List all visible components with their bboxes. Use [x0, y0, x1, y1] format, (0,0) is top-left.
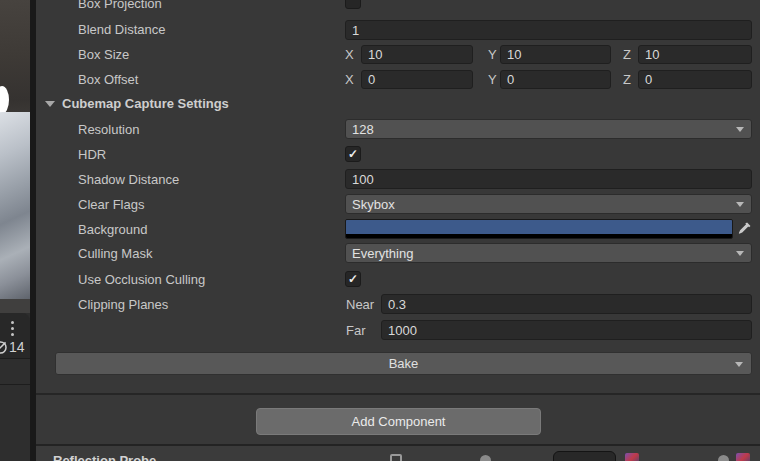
culling-mask-dropdown[interactable]: Everything: [345, 243, 752, 263]
dropdown-arrow-icon: [736, 251, 744, 256]
far-clip-input[interactable]: 1000: [381, 320, 752, 340]
scene-reflective-object: [0, 112, 30, 302]
hdr-label: HDR: [78, 147, 106, 162]
axis-z-label: Z: [623, 72, 631, 87]
foldout-triangle-icon[interactable]: [45, 101, 55, 107]
cubemap-capture-settings-header[interactable]: Cubemap Capture Settings: [62, 96, 229, 111]
inspector-panel: Box Projection Blend Distance 1 Box Size…: [36, 0, 760, 461]
far-label: Far: [346, 323, 366, 338]
box-offset-z-input[interactable]: 0: [638, 70, 752, 89]
near-clip-input[interactable]: 0.3: [381, 294, 752, 314]
axis-x-label: X: [345, 72, 354, 87]
bake-dropdown-arrow-icon[interactable]: [735, 362, 743, 367]
blend-distance-label: Blend Distance: [78, 22, 165, 37]
box-offset-y-input[interactable]: 0: [500, 70, 611, 89]
dropdown-arrow-icon: [736, 127, 744, 132]
clear-flags-label: Clear Flags: [78, 197, 144, 212]
scene-view-edge: 14: [0, 0, 30, 461]
color-swatch: [346, 220, 732, 234]
axis-z-label: Z: [623, 47, 631, 62]
add-component-button[interactable]: Add Component: [256, 408, 541, 435]
box-size-x-input[interactable]: 10: [361, 45, 473, 64]
alpha-bar: [346, 234, 732, 238]
scene-visibility-counter[interactable]: 14: [0, 338, 30, 358]
use-occlusion-culling-checkbox[interactable]: ✓: [345, 271, 361, 287]
background-label: Background: [78, 222, 147, 237]
scene-ground: [0, 299, 30, 313]
use-occlusion-culling-label: Use Occlusion Culling: [78, 272, 205, 287]
scene-highlight: [0, 86, 9, 114]
bake-button[interactable]: Bake: [55, 352, 752, 375]
asset-icon: [736, 453, 750, 461]
clear-flags-dropdown[interactable]: Skybox: [345, 194, 752, 214]
blend-distance-input[interactable]: 1: [345, 20, 752, 40]
dropdown-arrow-icon: [736, 202, 744, 207]
culling-mask-label: Culling Mask: [78, 246, 152, 261]
scene-thumbnail: [0, 0, 30, 313]
help-icon[interactable]: [718, 455, 729, 461]
shadow-distance-label: Shadow Distance: [78, 172, 179, 187]
kebab-menu-icon[interactable]: [11, 321, 14, 336]
resolution-label: Resolution: [78, 122, 139, 137]
search-pill[interactable]: [553, 451, 616, 461]
axis-y-label: Y: [488, 47, 497, 62]
axis-y-label: Y: [488, 72, 497, 87]
hidden-objects-icon: [0, 339, 9, 356]
background-color-field[interactable]: [345, 219, 733, 239]
divider: [36, 393, 760, 395]
checkmark-icon: ✓: [348, 272, 358, 286]
resolution-dropdown[interactable]: 128: [345, 119, 752, 139]
clipping-planes-label: Clipping Planes: [78, 297, 168, 312]
hdr-checkbox[interactable]: ✓: [345, 146, 361, 162]
enable-checkbox[interactable]: [390, 454, 402, 461]
next-component-label: Reflection Probe: [53, 453, 156, 461]
box-projection-checkbox[interactable]: [345, 0, 361, 9]
box-offset-x-input[interactable]: 0: [361, 70, 473, 89]
shadow-distance-input[interactable]: 100: [345, 169, 752, 189]
list-item: [0, 359, 30, 384]
help-icon[interactable]: [480, 455, 491, 461]
box-offset-label: Box Offset: [78, 72, 138, 87]
unity-editor-screenshot: 14 Box Projection Blend Distance 1 Box S…: [0, 0, 760, 461]
box-size-z-input[interactable]: 10: [638, 45, 752, 64]
axis-x-label: X: [345, 47, 354, 62]
asset-icon: [625, 453, 639, 461]
box-size-label: Box Size: [78, 47, 129, 62]
box-projection-label: Box Projection: [78, 0, 162, 11]
box-size-y-input[interactable]: 10: [500, 45, 611, 64]
hidden-count-label: 14: [9, 339, 25, 355]
eyedropper-icon[interactable]: [737, 221, 752, 236]
near-label: Near: [346, 297, 374, 312]
next-component-header[interactable]: Reflection Probe: [36, 446, 760, 461]
checkmark-icon: ✓: [348, 147, 358, 161]
list-item: [0, 385, 30, 461]
